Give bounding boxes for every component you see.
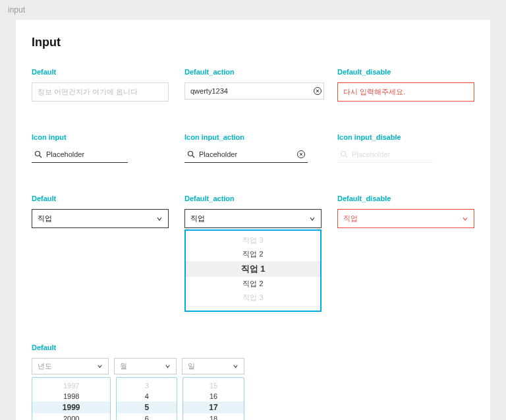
label-icon-input-action: Icon input_action [184,133,322,141]
icon-input-action[interactable]: Placeholder [184,148,308,163]
chevron-down-icon [462,216,468,222]
select-disable-value: 직업 [343,214,358,224]
icon-input-disable: Placeholder [337,148,434,163]
dropdown-option[interactable]: 직업 1 [186,261,320,277]
month-option[interactable]: 4 [117,391,177,402]
date-select-year-label: 년도 [38,361,52,371]
input-default-disable[interactable]: 다시 입력해주세요. [337,82,474,102]
dropdown-panel[interactable]: 직업 3 직업 2 직업 1 직업 2 직업 3 [184,229,322,312]
search-icon [340,150,348,158]
year-option[interactable]: 1998 [32,391,110,402]
select-action[interactable]: 직업 [184,209,322,228]
month-option[interactable]: 6 [117,413,177,420]
search-icon [187,150,195,158]
svg-point-1 [36,152,40,156]
input-default[interactable]: 정보 어떤건지가 여기에 옵니다 [32,82,169,102]
clear-icon[interactable] [314,87,322,95]
label-default: Default [32,68,169,76]
row-text-inputs: Default 정보 어떤건지가 여기에 옵니다 Default_action … [32,68,474,102]
select-default-value: 직업 [38,214,52,224]
row-selects: Default 직업 Default_action 직업 직업 3 직업 2 직… [32,195,474,312]
chevron-down-icon [165,363,171,369]
svg-point-6 [341,152,346,156]
svg-point-3 [188,152,193,156]
chevron-down-icon [156,216,163,222]
date-select-day-label: 일 [188,361,195,371]
dropdown-option[interactable]: 직업 2 [186,277,320,291]
icon-input[interactable]: Placeholder [32,148,128,163]
icon-input-disable-text: Placeholder [352,150,431,158]
label-icon-input-disable: Icon input_disable [337,133,474,141]
select-action-value: 직업 [190,214,205,224]
row-date: Default 년도 월 일 1997 1998 1999 2000 2001 [32,344,474,420]
chevron-down-icon [233,363,239,369]
svg-line-2 [40,156,42,158]
date-picker-month[interactable]: 3 4 5 6 7 [116,377,177,420]
icon-input-text: Placeholder [46,150,125,158]
divider [186,306,320,307]
label-default-disable: Default_disable [337,68,474,76]
date-select-month[interactable]: 월 [114,358,177,375]
row-icon-inputs: Icon input Placeholder Icon input_action… [32,133,474,163]
day-option[interactable]: 15 [183,380,243,391]
search-icon [34,150,42,158]
select-default[interactable]: 직업 [32,209,169,228]
month-option[interactable]: 5 [117,402,177,413]
day-option[interactable]: 18 [183,413,243,420]
date-picker-day[interactable]: 15 16 17 18 19 [183,377,244,420]
dropdown-option[interactable]: 직업 2 [186,247,320,261]
date-select-year[interactable]: 년도 [32,358,109,375]
chevron-down-icon [97,363,103,369]
label-select-default: Default [32,195,169,202]
date-select-month-label: 월 [120,361,127,371]
input-default-action[interactable]: qwerty1234 [184,82,324,100]
svg-line-4 [192,156,194,158]
main-heading: Input [32,36,474,49]
label-default-action: Default_action [184,68,322,76]
label-select-action: Default_action [184,195,322,202]
canvas: Input Default 정보 어떤건지가 여기에 옵니다 Default_a… [16,20,490,420]
svg-line-7 [345,156,347,158]
year-option[interactable]: 1997 [32,380,110,391]
date-picker-year[interactable]: 1997 1998 1999 2000 2001 [32,377,111,420]
year-option[interactable]: 2000 [32,413,110,420]
page-title: input [0,0,506,20]
dropdown-option[interactable]: 직업 3 [186,233,320,247]
year-option[interactable]: 1999 [32,402,110,413]
dropdown-option[interactable]: 직업 3 [186,291,320,305]
icon-input-action-text: Placeholder [199,150,293,158]
label-icon-input: Icon input [32,133,169,141]
date-select-day[interactable]: 일 [182,358,244,375]
select-disable[interactable]: 직업 [337,209,474,228]
month-option[interactable]: 3 [117,380,177,391]
clear-icon[interactable] [297,150,305,158]
chevron-down-icon [309,216,316,222]
label-select-disable: Default_disable [337,195,474,202]
label-date-default: Default [32,344,474,351]
day-option[interactable]: 17 [183,402,243,413]
day-option[interactable]: 16 [183,391,243,402]
